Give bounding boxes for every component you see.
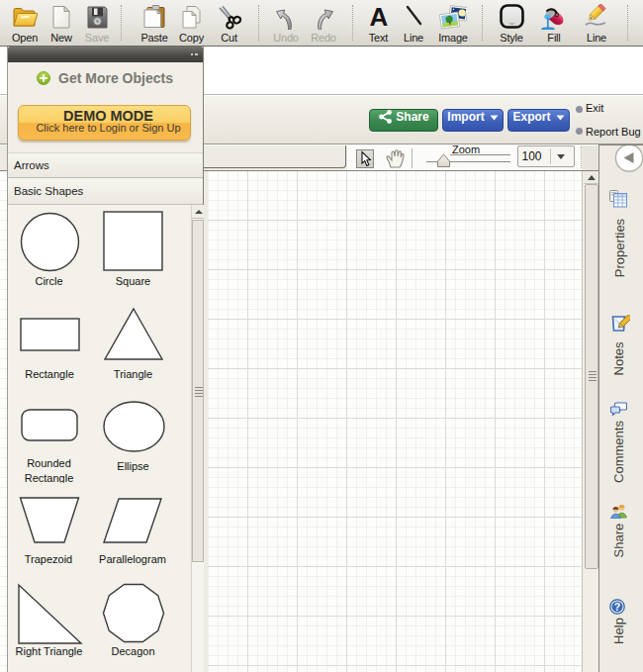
- svg-text:Parallelogram: Parallelogram: [99, 553, 166, 565]
- svg-text:Decagon: Decagon: [111, 645, 154, 657]
- svg-text:Rectangle: Rectangle: [25, 472, 74, 484]
- svg-text:Rectangle: Rectangle: [25, 368, 74, 380]
- svg-text:Circle: Circle: [35, 275, 62, 287]
- svg-text:Ellipse: Ellipse: [117, 460, 148, 472]
- svg-text:?: ?: [614, 601, 620, 613]
- svg-text:Right Triangle: Right Triangle: [16, 645, 83, 657]
- svg-text:Trapezoid: Trapezoid: [25, 553, 73, 565]
- svg-text:Triangle: Triangle: [114, 368, 152, 380]
- svg-text:Square: Square: [116, 275, 150, 287]
- svg-text:A: A: [369, 4, 388, 30]
- svg-text:Rounded: Rounded: [27, 457, 71, 469]
